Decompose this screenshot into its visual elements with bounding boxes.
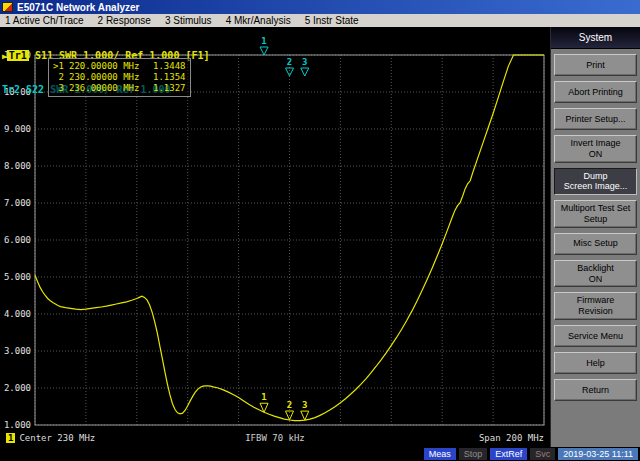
y-axis-tick-label: 6.000 [4, 235, 31, 245]
instrument-screen: E5071C Network Analyzer 1 Active Ch/Trac… [0, 0, 640, 461]
softkey-menu-title: System [551, 27, 640, 49]
span-label: Span 200 MHz [365, 433, 544, 443]
marker3-value: 1.1327 [153, 83, 186, 94]
softkey-print[interactable]: Print [554, 54, 637, 76]
menu-item-instr-state[interactable]: 5 Instr State [305, 15, 359, 26]
marker2-number: 2 [53, 72, 69, 83]
softkey-state: ON [556, 149, 635, 160]
softkey-backlight[interactable]: BacklightON [554, 260, 637, 288]
marker-tr1-1-number: 1 [261, 392, 266, 402]
trace1-name[interactable]: Tr1 [7, 50, 29, 61]
softkey-help[interactable]: Help [554, 352, 637, 374]
marker-row-3: 3236.00000 MHz1.1327 [53, 83, 186, 94]
softkey-label: Abort Printing [556, 87, 635, 98]
marker2-value: 1.1354 [153, 72, 186, 83]
softkey-multiport-test-set-setup[interactable]: Multiport Test SetSetup [554, 200, 637, 228]
softkey-label: Invert Image [556, 138, 635, 149]
status-svc-badge: Svc [530, 448, 555, 460]
softkey-return[interactable]: Return [554, 379, 637, 401]
marker-tr2-3-icon [301, 68, 309, 76]
status-bar: Meas Stop ExtRef Svc 2019-03-25 11:11 [0, 447, 640, 461]
marker-tr1-3-number: 3 [302, 400, 307, 410]
softkey-invert-image[interactable]: Invert ImageON [554, 135, 637, 163]
softkey-label: Dump [556, 171, 635, 182]
graph-pane: ▶Tr1 S11 SWR 1.000/ Ref 1.000 [F1] Tr2 S… [0, 27, 550, 447]
softkey-misc-setup[interactable]: Misc Setup [554, 233, 637, 255]
softkey-label: Multiport Test Set [556, 203, 635, 214]
softkey-printer-setup[interactable]: Printer Setup... [554, 108, 637, 130]
marker1-value: 1.3448 [153, 61, 186, 72]
softkey-label: Revision [556, 306, 635, 317]
marker2-frequency: 230.00000 MHz [69, 72, 153, 83]
softkey-label: Screen Image... [556, 181, 635, 192]
center-frequency-group: 1Center 230 MHz [6, 433, 185, 443]
marker-tr2-2-number: 2 [287, 57, 292, 67]
y-axis-tick-label: 8.000 [4, 161, 31, 171]
y-axis-tick-label: 7.000 [4, 198, 31, 208]
softkey-label: Backlight [556, 263, 635, 274]
marker-tr2-1-icon [260, 47, 268, 55]
softkey-list: Print Abort Printing Printer Setup... In… [551, 49, 640, 406]
status-stop-badge: Stop [459, 448, 488, 460]
softkey-label: Setup [556, 214, 635, 225]
marker1-frequency: 220.00000 MHz [69, 61, 153, 72]
menu-item-mkr-analysis[interactable]: 4 Mkr/Analysis [226, 15, 291, 26]
marker-row-2: 2230.00000 MHz1.1354 [53, 72, 186, 83]
marker-readout-table: >1220.00000 MHz1.3448 2230.00000 MHz1.13… [48, 58, 191, 97]
menu-item-response[interactable]: 2 Response [98, 15, 151, 26]
marker-tr1-2-number: 2 [287, 400, 292, 410]
stimulus-bar: 1Center 230 MHz IFBW 70 kHz Span 200 MHz [0, 429, 550, 447]
window-title: E5071C Network Analyzer [17, 2, 139, 13]
menu-item-stimulus[interactable]: 3 Stimulus [165, 15, 212, 26]
marker-tr2-3-number: 3 [302, 57, 307, 67]
softkey-dump-screen-image[interactable]: DumpScreen Image... [554, 168, 637, 196]
ifbw-label: IFBW 70 kHz [185, 433, 364, 443]
softkey-state: ON [556, 274, 635, 285]
center-frequency-label: Center 230 MHz [19, 433, 95, 443]
marker-tr2-2-icon [286, 68, 294, 76]
title-bar: E5071C Network Analyzer [0, 0, 640, 14]
softkey-label: Help [556, 358, 635, 369]
menu-item-active-ch-trace[interactable]: 1 Active Ch/Trace [5, 15, 84, 26]
softkey-sidebar: System Print Abort Printing Printer Setu… [550, 27, 640, 447]
trace2-name[interactable]: Tr2 [2, 84, 20, 95]
marker-tr1-3-icon [301, 411, 309, 420]
y-axis-tick-label: 4.000 [4, 309, 31, 319]
status-extref-badge: ExtRef [490, 448, 527, 460]
marker3-frequency: 236.00000 MHz [69, 83, 153, 94]
app-icon [2, 2, 13, 12]
status-datetime: 2019-03-25 11:11 [558, 448, 638, 460]
softkey-label: Misc Setup [556, 238, 635, 249]
softkey-label: Printer Setup... [556, 114, 635, 125]
marker-row-1: >1220.00000 MHz1.3448 [53, 61, 186, 72]
marker3-number: 3 [53, 83, 69, 94]
marker-tr2-1-number: 1 [261, 36, 266, 46]
softkey-firmware-revision[interactable]: FirmwareRevision [554, 292, 637, 320]
channel-indicator: 1 [6, 433, 15, 443]
main-area: ▶Tr1 S11 SWR 1.000/ Ref 1.000 [F1] Tr2 S… [0, 27, 640, 447]
softkey-label: Return [556, 385, 635, 396]
menu-bar: 1 Active Ch/Trace 2 Response 3 Stimulus … [0, 14, 640, 27]
y-axis-tick-label: 9.000 [4, 124, 31, 134]
y-axis-tick-label: 1.000 [4, 420, 31, 429]
y-axis-tick-label: 2.000 [4, 383, 31, 393]
softkey-label: Service Menu [556, 331, 635, 342]
softkey-abort-printing[interactable]: Abort Printing [554, 81, 637, 103]
y-axis-tick-label: 5.000 [4, 272, 31, 282]
softkey-label: Firmware [556, 295, 635, 306]
y-axis-tick-label: 3.000 [4, 346, 31, 356]
marker1-number: >1 [53, 61, 69, 72]
softkey-label: Print [556, 60, 635, 71]
softkey-service-menu[interactable]: Service Menu [554, 325, 637, 347]
status-meas-badge: Meas [424, 448, 456, 460]
